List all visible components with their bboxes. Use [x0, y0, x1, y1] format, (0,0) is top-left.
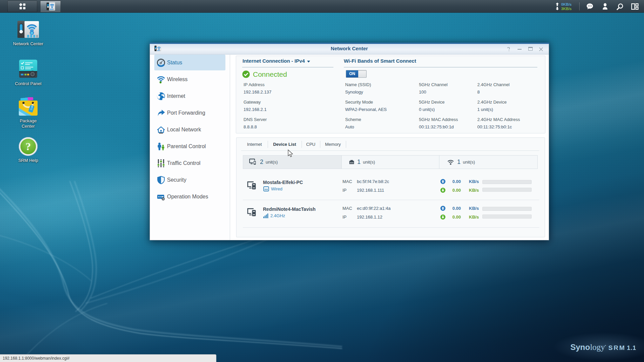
svg-text:?: ?	[25, 140, 31, 153]
